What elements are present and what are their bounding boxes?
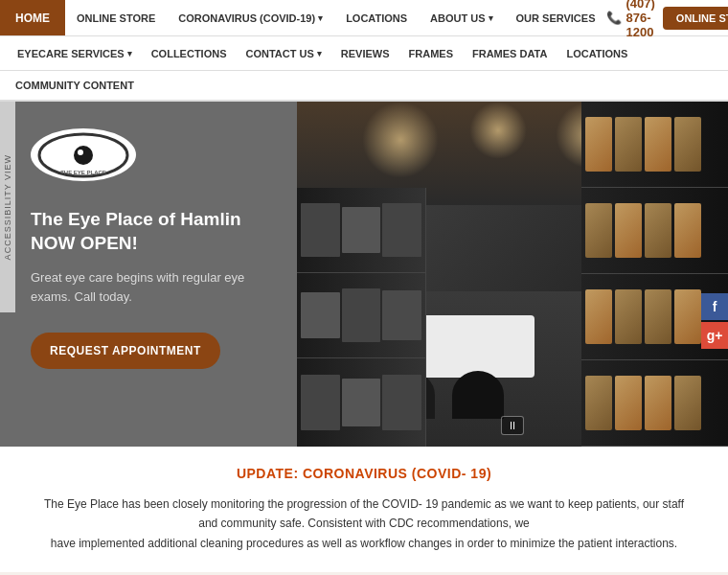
- left-shelf-item: [301, 375, 340, 431]
- hero-left-panel: THE EYE PLACE The Eye Place of Hamlin NO…: [0, 102, 297, 447]
- nav2-reviews[interactable]: REVIEWS: [331, 36, 399, 70]
- shelf-item: [615, 376, 642, 430]
- hero-subtitle: Great eye care begins with regular eye e…: [31, 268, 270, 306]
- svg-point-1: [74, 146, 93, 165]
- pause-button[interactable]: II: [501, 416, 524, 435]
- shelf-item: [645, 376, 671, 430]
- chair-2: [452, 371, 504, 419]
- left-shelf-3: [297, 358, 425, 447]
- eye-logo: THE EYE PLACE: [31, 128, 136, 181]
- shelf-row-2: [581, 188, 728, 274]
- left-shelf-item: [342, 207, 381, 253]
- nav2-locations[interactable]: LOCATIONS: [557, 36, 637, 70]
- left-shelf-item: [382, 290, 421, 340]
- left-shelf-item: [301, 292, 340, 338]
- shelf-item: [645, 289, 671, 344]
- nav3-community-content[interactable]: COMMUNITY CONTENT: [15, 80, 134, 91]
- shelf-item: [585, 117, 612, 172]
- store-image: [297, 102, 728, 447]
- svg-text:THE EYE PLACE: THE EYE PLACE: [60, 170, 106, 175]
- light-spot-1: [362, 102, 439, 178]
- nav-item-covid[interactable]: CORONAVIRUS (COVID-19) ▾: [167, 0, 334, 35]
- shelf-item: [585, 203, 612, 258]
- about-arrow-icon: ▾: [489, 13, 493, 23]
- page-wrapper: HOME ONLINE STORE CORONAVIRUS (COVID-19)…: [0, 0, 728, 572]
- request-appointment-button[interactable]: REQUEST APPOINTMENT: [31, 333, 220, 369]
- covid-title: UPDATE: CORONAVIRUS (COVID- 19): [29, 466, 699, 481]
- phone-icon: 📞: [606, 11, 622, 25]
- left-shelf-2: [297, 273, 425, 358]
- nav2-collections[interactable]: COLLECTIONS: [142, 36, 237, 70]
- left-shelf-item: [342, 288, 381, 342]
- shelf-item: [615, 289, 642, 344]
- svg-point-2: [78, 150, 83, 155]
- left-shelf-item: [382, 375, 421, 431]
- shelf-item: [615, 117, 642, 172]
- accessibility-bar[interactable]: Accessibility View: [0, 102, 15, 312]
- covid-section: UPDATE: CORONAVIRUS (COVID- 19) The Eye …: [0, 447, 728, 572]
- nav2-contact-us[interactable]: CONTACT US ▾: [237, 36, 331, 70]
- shelf-row-1: [581, 102, 728, 188]
- shelf-item: [674, 117, 701, 172]
- left-shelves: [297, 188, 426, 447]
- shelf-item: [615, 203, 642, 258]
- second-nav-items: EYECARE SERVICES ▾ COLLECTIONS CONTACT U…: [8, 36, 728, 70]
- shelf-item: [674, 376, 701, 430]
- facebook-button[interactable]: f: [701, 293, 728, 320]
- hero-section: THE EYE PLACE The Eye Place of Hamlin NO…: [0, 102, 728, 447]
- left-shelf-1: [297, 188, 425, 273]
- nav2-eyecare-services[interactable]: EYECARE SERVICES ▾: [8, 36, 142, 70]
- hero-title: The Eye Place of Hamlin NOW OPEN!: [31, 208, 270, 255]
- third-nav: COMMUNITY CONTENT: [0, 71, 728, 102]
- shelf-item: [585, 289, 612, 344]
- left-shelf-item: [342, 379, 381, 426]
- home-nav-item[interactable]: HOME: [0, 0, 65, 35]
- covid-text: The Eye Place has been closely monitorin…: [38, 494, 690, 553]
- shelf-item: [645, 203, 671, 258]
- social-bar: f g+: [701, 293, 728, 349]
- nav-item-about[interactable]: ABOUT US ▾: [419, 0, 504, 35]
- covid-arrow-icon: ▾: [318, 13, 323, 23]
- contact-arrow-icon: ▾: [317, 49, 322, 58]
- nav2-frames-data[interactable]: FRAMES DATA: [463, 36, 557, 70]
- top-nav: HOME ONLINE STORE CORONAVIRUS (COVID-19)…: [0, 0, 728, 36]
- top-nav-items: ONLINE STORE CORONAVIRUS (COVID-19) ▾ LO…: [65, 0, 606, 35]
- shelf-row-4: [581, 360, 728, 447]
- google-plus-button[interactable]: g+: [701, 322, 728, 349]
- hero-right-panel: II: [297, 102, 728, 447]
- nav2-frames[interactable]: FRAMES: [399, 36, 463, 70]
- nav-item-locations[interactable]: LOCATIONS: [334, 0, 419, 35]
- shelf-item: [674, 289, 701, 344]
- nav-item-online-store[interactable]: ONLINE STORE: [65, 0, 167, 35]
- right-shelves: [581, 102, 728, 447]
- phone-number[interactable]: 📞 (407) 876-1200: [606, 0, 654, 39]
- light-spot-2: [469, 102, 527, 159]
- eye-logo-svg: THE EYE PLACE: [35, 132, 131, 178]
- online-store-button[interactable]: ONLINE STORE: [663, 7, 728, 30]
- shelf-item: [645, 117, 671, 172]
- nav-item-our-services[interactable]: OUR SERVICES: [505, 0, 607, 35]
- left-shelf-item: [301, 203, 340, 257]
- shelf-item: [674, 203, 701, 258]
- second-nav: EYECARE SERVICES ▾ COLLECTIONS CONTACT U…: [0, 36, 728, 71]
- eyecare-arrow-icon: ▾: [127, 49, 132, 58]
- top-nav-right: 📞 (407) 876-1200 ONLINE STORE: [606, 0, 728, 39]
- left-shelf-item: [382, 203, 421, 257]
- shelf-item: [585, 376, 612, 430]
